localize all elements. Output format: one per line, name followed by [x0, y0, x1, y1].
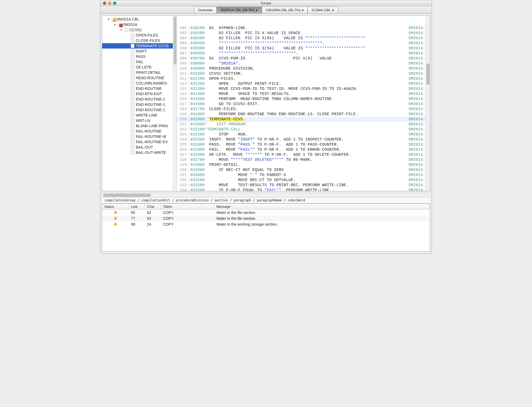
tree-node[interactable]: ▼SM201A [102, 22, 177, 27]
tree-label: FAIL-ROUTINE-W [136, 134, 166, 139]
close-icon[interactable]: x [302, 8, 304, 12]
sequence-number: 031800 [189, 112, 207, 117]
close-icon[interactable]: x [256, 8, 258, 12]
file-icon [130, 49, 135, 53]
code-text: PERFORM HEAD-ROUTINE THRU COLUMN-NAMES-R… [207, 97, 408, 102]
tree-label: CCVS1 [129, 28, 142, 32]
code-line[interactable]: 319031800 PERFORM END-ROUTINE THRU END-R… [177, 112, 430, 117]
code-text: MOVE "." TO PARDOT-X [207, 173, 408, 178]
message-row[interactable]: 9924COPYWater in the working storage sec… [102, 221, 430, 227]
code-line[interactable]: 332033100 MOVE REC-CT TO DOTVALUE.SM2014… [177, 178, 430, 183]
tree-node[interactable]: PASS [102, 54, 177, 59]
tree-label: SM201A [123, 22, 137, 27]
code-line[interactable]: 330032900 IF REC-CT NOT EQUAL TO ZEROSM2… [177, 167, 430, 173]
code-line[interactable]: 311031000 CCVS1 SECTION.SM2014.2 [177, 71, 430, 76]
code-line[interactable]: 315031400 MOVE SPACE TO TEST-RESULTS.SM2… [177, 91, 430, 97]
code-line[interactable]: 302030100 01 HYPHEN-LINE.SM2014.2 [177, 26, 430, 31]
sequence-number: 032400 [189, 142, 207, 147]
code-line[interactable]: 310030900 PROCEDURE DIVISION.SM2014.2 [177, 66, 430, 71]
close-icon[interactable]: x [332, 8, 334, 12]
code-line[interactable]: 328032700 MOVE "****TEST DELETED****" TO… [177, 157, 430, 162]
disclosure-icon[interactable]: ▼ [113, 23, 117, 26]
code-line[interactable]: 327032600 DE-LETE. MOVE "*****" TO P-OR-… [177, 152, 430, 157]
tree-node[interactable]: ▼CCVS1 [102, 27, 177, 33]
code-editor[interactable]: 302030100 01 HYPHEN-LINE.SM2014.23030302… [177, 15, 430, 191]
tree-node[interactable]: ▼SM201A.CBL [102, 17, 177, 22]
code-text: PASS. MOVE "PASS " TO P-OR-F. ADD 1 TO P… [207, 142, 408, 147]
tree-label: TERMINATE-CCVS [136, 44, 169, 48]
tree-node[interactable]: HEAD-ROUTINE [102, 75, 177, 81]
code-line[interactable]: 307030600- "****************************… [177, 51, 430, 56]
tree-node[interactable]: BLANK-LINE-PRIN [102, 123, 177, 129]
editor-hscrollbar[interactable] [102, 193, 430, 197]
tree-node[interactable]: CLOSE-FILES [102, 38, 177, 43]
tree-node[interactable]: FAIL-ROUTINE-EX [102, 139, 177, 145]
code-line[interactable]: 334033300 IF P-OR-F EQUAL TO "FAIL*" PER… [177, 188, 430, 191]
tree-label: PRINT-DETAIL [136, 70, 161, 75]
tree-node[interactable]: TERMINATE-CCVS [102, 43, 177, 49]
main-content: ▼SM201A.CBL▼SM201A▼CCVS1OPEN-FILESCLOSE-… [102, 15, 430, 191]
code-line[interactable]: 303030200 02 FILLER PIC IS X VALUE IS SP… [177, 31, 430, 36]
code-line[interactable]: 331033000 MOVE "." TO PARDOT-XSM2014.2 [177, 173, 430, 178]
tree-node[interactable]: FAIL-ROUTINE [102, 129, 177, 134]
col-line[interactable]: Line [129, 204, 145, 209]
code-line[interactable]: 304030300 02 FILLER PIC IS X(65) VALUE I… [177, 36, 430, 41]
code-line[interactable]: 317031600 GO TO CCVS1-EXIT.SM2014.2 [177, 102, 430, 107]
code-line[interactable]: 323032200 STOP RUN.SM2014.2 [177, 132, 430, 137]
tree-node[interactable]: WRITE-LINE [102, 113, 177, 118]
code-line[interactable]: 325032400 PASS. MOVE "PASS " TO P-OR-F. … [177, 142, 430, 147]
tree-scrollbar[interactable] [173, 15, 177, 191]
code-line[interactable]: 333033200 MOVE TEST-RESULTS TO PRINT-REC… [177, 183, 430, 188]
cell-line: 60 [129, 210, 145, 215]
tree-node[interactable]: END-ROUTINE-1 [102, 102, 177, 107]
code-line[interactable]: 306030500 02 FILLER PIC IS X(54) VALUE I… [177, 46, 430, 51]
col-message[interactable]: Message [214, 204, 430, 209]
code-line[interactable]: 309030800 "SM201A".SM2014.2 [177, 61, 430, 66]
tree-node[interactable]: DE-LETE [102, 65, 177, 70]
col-token[interactable]: Token [161, 204, 214, 209]
code-line[interactable]: 308030700 01 CCVS-PGM-ID PIC X(9) VALUES… [177, 56, 430, 61]
code-line[interactable]: 322032100*TERMINATE-CALL.SM2014.2 [177, 127, 430, 132]
tree-node[interactable]: OPEN-FILES [102, 33, 177, 38]
tree-node[interactable]: END-ROUTINE [102, 86, 177, 91]
tab[interactable]: IC209A.CBLx [308, 7, 338, 14]
tree-node[interactable]: BAIL-OUT [102, 145, 177, 150]
outline-tree[interactable]: ▼SM201A.CBL▼SM201A▼CCVS1OPEN-FILESCLOSE-… [102, 15, 177, 191]
tree-node[interactable]: COLUMN-NAMES- [102, 81, 177, 86]
tree-node[interactable]: FAIL-ROUTINE-W [102, 134, 177, 139]
code-line[interactable]: 318031700 CLOSE-FILES.SM2014.2 [177, 107, 430, 112]
sequence-number: 032900 [189, 167, 207, 173]
tree-node[interactable]: BAIL-OUT-WRITE [102, 150, 177, 155]
code-line[interactable]: 326032500 FAIL. MOVE "FAIL*" TO P-OR-F. … [177, 147, 430, 152]
col-char[interactable]: Char [145, 204, 161, 209]
tree-node[interactable]: INSPT [102, 49, 177, 54]
tree-node[interactable]: END-RTN-EXIT [102, 91, 177, 97]
code-line[interactable]: 312031100 OPEN-FILES.SM2014.2 [177, 76, 430, 81]
code-line[interactable]: 316031500 PERFORM HEAD-ROUTINE THRU COLU… [177, 97, 430, 102]
tab[interactable]: Overview [194, 7, 216, 14]
tree-node[interactable]: END-ROUTINE-1 [102, 97, 177, 102]
message-row[interactable]: 6062COPYWater in the file section. [102, 210, 430, 216]
code-line[interactable]: 305030400- "****************************… [177, 41, 430, 46]
tree-node[interactable]: PRINT-DETAIL [102, 70, 177, 75]
tree-node[interactable]: END-ROUTINE-1 [102, 107, 177, 113]
editor-vscrollbar[interactable] [426, 15, 430, 191]
tab[interactable]: SM201A.CBL (99.3%)x [217, 7, 262, 14]
sequence-number: 030900 [189, 66, 207, 71]
tree-node[interactable]: WRT-LN [102, 118, 177, 123]
disclosure-icon[interactable]: ▼ [107, 18, 110, 21]
disclosure-icon[interactable]: ▼ [120, 29, 123, 31]
breadcrumb[interactable]: compilationGroup / compilationUnit / pro… [102, 197, 430, 204]
code-line[interactable]: 329032800 PRINT-DETAIL.SM2014.2 [177, 162, 430, 167]
code-line[interactable]: 324032300 INSPT. MOVE "INSPT" TO P-OR-F.… [177, 137, 430, 142]
code-line[interactable]: 320031900 TERMINATE-CCVS.SM2014.2 [177, 117, 430, 122]
tab[interactable]: CM105M.CBL (95.7%)x [262, 7, 308, 14]
code-line[interactable]: 314031300 MOVE CCVS-PGM-ID TO TEST-ID. M… [177, 86, 430, 91]
code-line[interactable]: 313031200 OPEN OUTPUT PRINT-FILE.SM2014.… [177, 81, 430, 86]
code-line[interactable]: 321032000* EXIT PROGRAM.SM2014.2 [177, 122, 430, 127]
tree-node[interactable]: FAIL [102, 59, 177, 65]
tree-label: FAIL [136, 60, 144, 64]
col-status[interactable]: Status [102, 204, 129, 209]
message-row[interactable]: 7762COPYWater in the file section. [102, 216, 430, 221]
tree-label: BAIL-OUT [136, 145, 153, 149]
